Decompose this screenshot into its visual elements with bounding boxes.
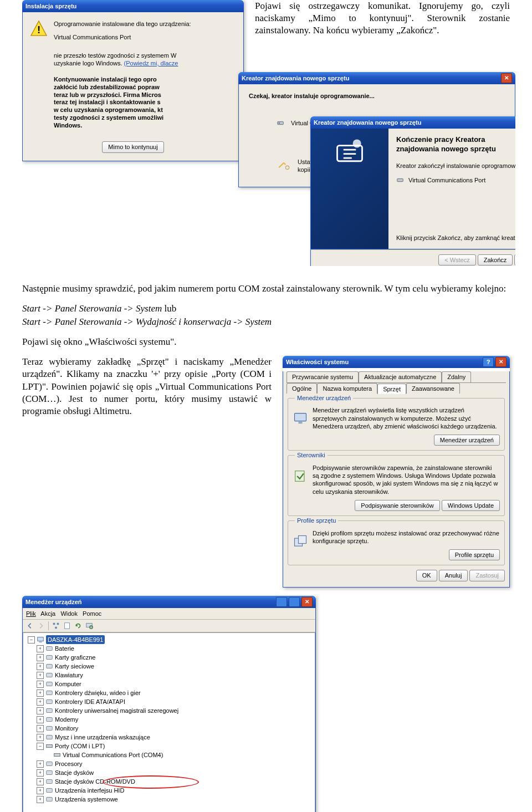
tree-item[interactable]: +Komputer <box>25 680 313 688</box>
tab-remote[interactable]: Zdalny <box>442 371 471 382</box>
hw-install-link[interactable]: (Powiedz mi, dlacze <box>124 60 178 67</box>
tree-item[interactable]: +Mysz i inne urządzenia wskazujące <box>25 733 313 742</box>
expand-icon[interactable]: + <box>37 672 44 679</box>
tree-vcp-item[interactable]: Virtual Communications Port (COM4) <box>63 750 163 759</box>
tb-scan-icon[interactable] <box>85 622 93 630</box>
menu-view[interactable]: Widok <box>60 610 78 617</box>
svg-rect-37 <box>47 789 53 793</box>
tab-updates[interactable]: Aktualizacje automatyczne <box>359 371 442 382</box>
tree-item-label: Mysz i inne urządzenia wskazujące <box>55 733 150 742</box>
device-icon <box>45 787 53 794</box>
computer-icon <box>37 636 44 644</box>
finish-button[interactable]: Zakończ <box>478 254 513 265</box>
tb-tree-icon[interactable] <box>52 622 60 630</box>
help-icon[interactable]: ? <box>483 357 494 367</box>
tree-item-label: Monitory <box>55 724 78 733</box>
tab-name[interactable]: Nazwa komputera <box>317 383 377 394</box>
menu-help[interactable]: Pomoc <box>83 610 101 617</box>
svg-rect-20 <box>39 642 42 643</box>
expand-icon[interactable]: + <box>37 760 44 768</box>
expand-icon[interactable]: + <box>37 778 44 785</box>
device-tree[interactable]: − DASZKA-4B4BE991 +Baterie+Karty graficz… <box>23 632 315 812</box>
tree-item[interactable]: +Kontrolery uniwersalnej magistrali szer… <box>25 706 313 715</box>
expand-icon[interactable]: + <box>37 734 44 741</box>
close-icon[interactable]: ✕ <box>501 73 512 83</box>
tree-item[interactable]: +Stacje dysków <box>25 768 313 777</box>
tree-item[interactable]: +Procesory <box>25 759 313 768</box>
transfer-icon <box>277 158 291 172</box>
device-icon <box>45 662 53 670</box>
tree-item[interactable]: +Kontrolery IDE ATA/ATAPI <box>25 697 313 706</box>
tab-restore[interactable]: Przywracanie systemu <box>287 371 359 382</box>
hw-install-l3: nie przeszło testów zgodności z systemem… <box>54 52 176 59</box>
device-icon <box>45 707 53 714</box>
expand-icon[interactable]: + <box>37 787 44 794</box>
svg-rect-29 <box>47 718 53 722</box>
menu-file[interactable]: Plik <box>26 610 36 617</box>
expand-icon[interactable]: + <box>37 681 44 688</box>
tb-refresh-icon[interactable] <box>74 622 82 630</box>
tree-item[interactable]: +Kontrolery dźwięku, wideo i gier <box>25 688 313 697</box>
device-manager-button[interactable]: Menedżer urządzeń <box>434 435 500 446</box>
tree-item-label: Kontrolery IDE ATA/ATAPI <box>55 697 125 706</box>
device-icon <box>45 680 53 688</box>
collapse-icon[interactable]: − <box>37 743 44 750</box>
tb-props-icon[interactable] <box>63 622 71 630</box>
expand-icon[interactable]: + <box>37 654 44 661</box>
close-icon[interactable]: ✕ <box>495 357 507 367</box>
tab-hardware[interactable]: Sprzęt <box>377 384 406 394</box>
cancel-button[interactable]: Anuluj <box>439 570 468 581</box>
dm-title: Menedżer urządzeń <box>25 598 81 606</box>
tree-item[interactable]: +Karty graficzne <box>25 653 313 662</box>
driver-signing-button[interactable]: Podpisywanie sterowników <box>355 500 439 511</box>
tree-item[interactable]: +Urządzenia interfejsu HID <box>25 786 313 795</box>
tree-item[interactable]: +Monitory <box>25 724 313 733</box>
hw-profiles-button[interactable]: Profile sprzętu <box>449 549 500 560</box>
expand-icon[interactable]: + <box>37 716 44 723</box>
tree-item[interactable]: +Klawiatury <box>25 671 313 680</box>
tree-item[interactable]: +Urządzenia systemowe <box>25 795 313 804</box>
tree-item[interactable]: +Baterie <box>25 644 313 653</box>
wizard-finish-hint: Kliknij przycisk Zakończ, aby zamknąć kr… <box>396 234 515 242</box>
device-icon <box>45 724 53 732</box>
close-icon[interactable]: ✕ <box>301 597 313 607</box>
intro-paragraph: Pojawi się ostrzegawczy komunikat. Ignor… <box>255 0 510 37</box>
group-drivers-title: Sterowniki <box>295 451 328 459</box>
dm-titlebar: Menedżer urządzeń ✕ <box>22 596 316 608</box>
maximize-icon[interactable] <box>289 597 300 607</box>
hw-install-b4: teraz tej instalacji i skontaktowanie s <box>54 99 161 105</box>
tab-advanced[interactable]: Zaawansowane <box>406 383 460 394</box>
device-icon <box>45 689 53 697</box>
tree-ports[interactable]: Porty (COM i LPT) <box>55 742 105 750</box>
tree-item[interactable]: +Modemy <box>25 715 313 724</box>
system-properties-titlebar: Właściwości systemu ? ✕ <box>283 356 510 368</box>
device-icon <box>45 698 53 706</box>
tree-item-label: Stacje dysków <box>55 768 94 777</box>
mid-path2: Start -> Panel Sterowania -> Wydajność i… <box>22 316 510 328</box>
menu-action[interactable]: Akcja <box>40 610 55 617</box>
expand-icon[interactable]: + <box>37 707 44 714</box>
wizard-finish-title: Kreator znajdowania nowego sprzętu <box>314 119 421 126</box>
device-icon <box>45 795 53 803</box>
ok-button[interactable]: OK <box>416 570 437 581</box>
tree-root[interactable]: DASZKA-4B4BE991 <box>46 635 105 644</box>
mid-or: lub <box>162 303 176 314</box>
svg-rect-23 <box>47 665 53 668</box>
tree-item[interactable]: +Karty sieciowe <box>25 662 313 671</box>
windows-update-button[interactable]: Windows Update <box>442 500 500 511</box>
expand-icon[interactable]: + <box>37 769 44 777</box>
tb-back-icon[interactable] <box>26 622 34 630</box>
expand-icon[interactable]: + <box>37 796 44 803</box>
svg-rect-34 <box>47 762 53 766</box>
expand-icon[interactable]: + <box>37 690 44 697</box>
svg-rect-9 <box>299 422 303 424</box>
minimize-icon[interactable] <box>276 597 287 607</box>
collapse-icon[interactable]: − <box>28 636 35 644</box>
expand-icon[interactable]: + <box>37 645 44 652</box>
tab-general[interactable]: Ogólne <box>287 383 317 394</box>
expand-icon[interactable]: + <box>37 663 44 670</box>
continue-anyway-button[interactable]: Mimo to kontynuuj <box>102 141 163 152</box>
tree-item[interactable]: +Stacje dysków CD-ROM/DVD <box>25 777 313 786</box>
expand-icon[interactable]: + <box>37 698 44 706</box>
expand-icon[interactable]: + <box>37 725 44 732</box>
